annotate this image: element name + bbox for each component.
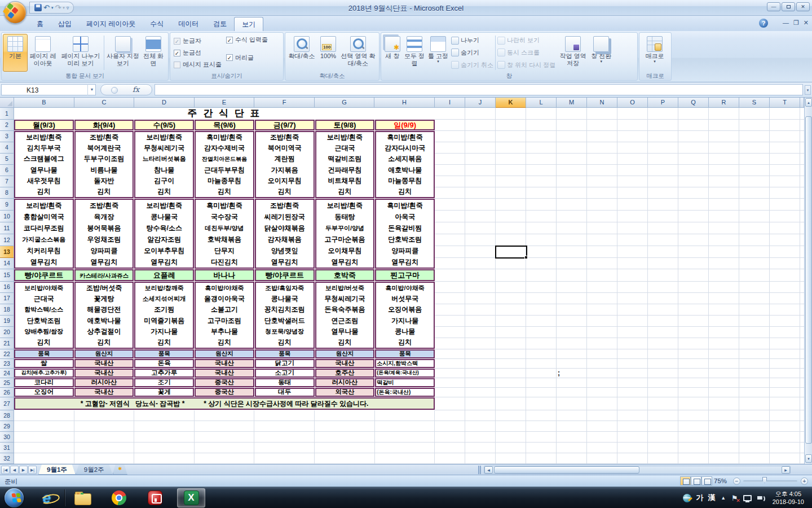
first-sheet-icon[interactable]: |◀: [1, 466, 10, 474]
formula-bar-expand-icon[interactable]: ▼: [805, 85, 811, 95]
zoom-out-icon[interactable]: −: [733, 478, 740, 485]
selected-cell-K13[interactable]: [495, 246, 527, 259]
tab-삽입[interactable]: 삽입: [51, 17, 79, 31]
row-header-8[interactable]: 8: [0, 187, 14, 199]
column-header-L[interactable]: L: [526, 98, 557, 108]
taskbar-file-explorer[interactable]: [69, 488, 97, 507]
row-header-22[interactable]: 22: [0, 349, 14, 359]
ribbon-button-hide[interactable]: 숨기기: [451, 48, 493, 58]
workbook-close-button[interactable]: ✕: [804, 19, 809, 27]
start-button[interactable]: [5, 488, 24, 507]
volume-icon[interactable]: [757, 494, 765, 501]
ribbon-button-split[interactable]: 나누기: [451, 36, 493, 45]
row-header-16[interactable]: 16: [0, 282, 14, 293]
row-header-12[interactable]: 12: [0, 234, 14, 246]
ribbon-button-macros[interactable]: 매크로▾: [641, 34, 669, 72]
checkbox-눈금선[interactable]: ✓눈금선: [174, 49, 222, 57]
row-header-18[interactable]: 18: [0, 304, 14, 316]
ribbon-button-custom-views[interactable]: 사용자 지정 보기: [105, 34, 141, 72]
row-header-7[interactable]: 7: [0, 176, 14, 187]
ime-korean-indicator[interactable]: 가: [696, 493, 703, 503]
ribbon-button-zoom-100[interactable]: 100%: [317, 34, 339, 72]
column-header-C[interactable]: C: [74, 98, 134, 108]
name-box-dropdown-icon[interactable]: ▼: [87, 84, 96, 95]
vertical-scroll-thumb[interactable]: [805, 116, 812, 444]
scroll-left-icon[interactable]: ◀: [484, 466, 493, 474]
checkbox-메시지 표시줄[interactable]: 메시지 표시줄: [174, 60, 222, 69]
ime-hanja-indicator[interactable]: 漢: [708, 493, 715, 503]
clock[interactable]: 오후 4:05 2018-09-10: [773, 490, 804, 506]
row-header-23[interactable]: 23: [0, 359, 14, 369]
next-sheet-icon[interactable]: ▶: [19, 466, 28, 474]
ribbon-button-reset-window-position[interactable]: 창 위치 다시 정렬: [497, 60, 555, 70]
ribbon-button-switch-windows[interactable]: 창 전환▾: [589, 34, 613, 72]
row-header-17[interactable]: 17: [0, 293, 14, 304]
fx-icon[interactable]: fx: [133, 85, 139, 94]
help-icon[interactable]: ?: [759, 19, 768, 28]
column-header-Q[interactable]: Q: [678, 98, 709, 108]
column-header-K[interactable]: K: [496, 98, 526, 108]
ribbon-button-new-window[interactable]: 새 창: [382, 34, 403, 72]
checkbox-머리글[interactable]: ✓머리글: [226, 54, 268, 62]
row-header-13[interactable]: 13: [0, 246, 14, 258]
office-button[interactable]: [4, 1, 27, 24]
row-header-24[interactable]: 24: [0, 369, 14, 378]
column-header-J[interactable]: J: [465, 98, 496, 108]
taskbar-internet-explorer[interactable]: e: [33, 488, 61, 507]
normal-view-button[interactable]: [680, 476, 691, 485]
row-header-30[interactable]: 30: [0, 432, 14, 443]
row-header-19[interactable]: 19: [0, 316, 14, 327]
vertical-scrollbar[interactable]: ▲ ▼: [804, 98, 812, 464]
name-box[interactable]: K13: [1, 84, 96, 95]
column-header-I[interactable]: I: [435, 98, 465, 108]
zoom-level[interactable]: 75%: [714, 478, 727, 484]
row-header-25[interactable]: 25: [0, 378, 14, 388]
column-header-B[interactable]: B: [14, 98, 74, 108]
row-header-3[interactable]: 3: [0, 131, 14, 142]
ribbon-button-page-layout[interactable]: 페이지 레이아웃: [28, 34, 58, 72]
row-header-10[interactable]: 10: [0, 211, 14, 222]
scroll-down-icon[interactable]: ▼: [805, 454, 812, 463]
show-hidden-icons-icon[interactable]: ▲: [721, 495, 726, 501]
tab-페이지 레이아웃[interactable]: 페이지 레이아웃: [79, 17, 143, 31]
undo-dropdown-icon[interactable]: ▾: [51, 6, 54, 10]
scroll-right-icon[interactable]: ▶: [782, 466, 790, 474]
row-header-9[interactable]: 9: [0, 199, 14, 211]
tab-홈[interactable]: 홈: [29, 17, 51, 31]
workbook-restore-button[interactable]: ❐: [793, 19, 799, 27]
ribbon-button-unhide[interactable]: 숨기기 취소: [451, 60, 493, 70]
row-header-26[interactable]: 26: [0, 388, 14, 397]
insert-worksheet-icon[interactable]: [113, 465, 127, 475]
tab-수식[interactable]: 수식: [143, 17, 171, 31]
taskbar-red-utility[interactable]: [141, 488, 169, 507]
minimize-button[interactable]: —: [767, 2, 780, 11]
horizontal-scrollbar[interactable]: ◀ ▶: [484, 466, 791, 474]
tab-데이터[interactable]: 데이터: [171, 17, 206, 31]
page-layout-view-button[interactable]: [691, 476, 701, 485]
column-header-T[interactable]: T: [770, 98, 800, 108]
prev-sheet-icon[interactable]: ◀: [10, 466, 19, 474]
row-header-6[interactable]: 6: [0, 165, 14, 176]
taskbar-excel-active[interactable]: X: [177, 488, 205, 507]
row-header-1[interactable]: 1: [0, 108, 14, 120]
last-sheet-icon[interactable]: ▶|: [28, 466, 37, 474]
network-icon[interactable]: [743, 495, 752, 501]
row-header-27[interactable]: 27: [0, 397, 14, 410]
column-header-O[interactable]: O: [617, 98, 648, 108]
column-header-H[interactable]: H: [374, 98, 435, 108]
close-button[interactable]: ✕: [796, 2, 810, 11]
ribbon-button-freeze-panes[interactable]: 틀 고정▾: [426, 34, 450, 72]
tab-split-handle[interactable]: [478, 466, 481, 474]
page-break-view-button[interactable]: [701, 476, 712, 485]
ribbon-button-zoom-selection[interactable]: 선택 영역 확대/축소: [339, 34, 377, 72]
zoom-slider-track[interactable]: [743, 480, 797, 482]
row-header-2[interactable]: 2: [0, 120, 14, 131]
action-center-flag-icon[interactable]: ⚑: [731, 494, 738, 502]
row-header-31[interactable]: 31: [0, 443, 14, 453]
redo-dropdown-icon[interactable]: ▾: [63, 6, 65, 10]
ribbon-button-normal-view[interactable]: 기본: [3, 34, 28, 72]
row-header-4[interactable]: 4: [0, 142, 14, 154]
redo-button[interactable]: ↷: [55, 3, 61, 12]
row-header-32[interactable]: 32: [0, 453, 14, 464]
ribbon-button-save-workspace[interactable]: 작업 영역 저장: [557, 34, 589, 72]
